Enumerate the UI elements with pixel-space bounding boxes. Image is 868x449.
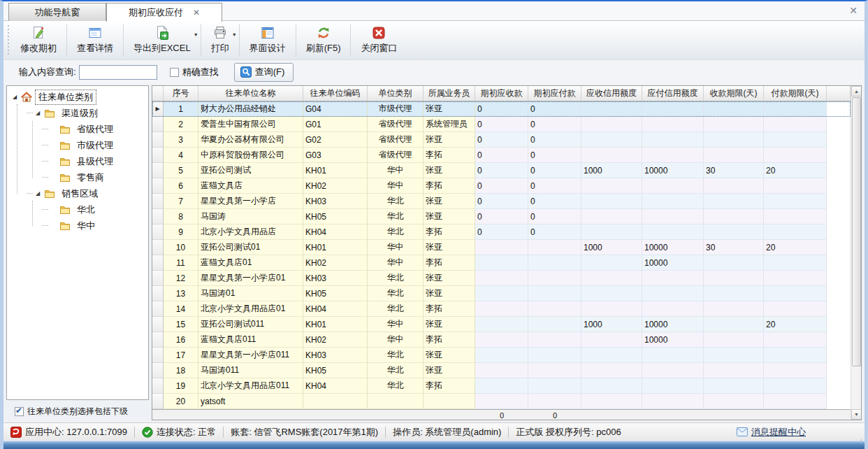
column-header[interactable]: 收款期限(天) [704, 86, 764, 101]
grid-cell[interactable]: 华中 [368, 178, 424, 194]
grid-cell[interactable]: 亚拓公司测试01 [198, 240, 303, 255]
table-row[interactable]: 5亚拓公司测试KH01华中张亚001000100003020 [152, 163, 851, 178]
grid-cell[interactable] [581, 209, 642, 224]
grid-cell[interactable] [764, 378, 827, 394]
grid-cell[interactable] [528, 317, 581, 332]
grid-cell[interactable] [642, 178, 704, 194]
tree-expander-icon[interactable]: ◢ [34, 110, 41, 117]
grid-cell[interactable] [424, 394, 475, 409]
grid-cell[interactable]: 市级代理 [368, 101, 424, 117]
row-selector-cell[interactable] [152, 117, 164, 132]
grid-cell[interactable] [581, 301, 642, 317]
grid-cell[interactable]: 北京小学文具用品店01 [198, 301, 303, 317]
grid-cell[interactable] [642, 224, 704, 240]
grid-cell[interactable] [764, 332, 827, 348]
grid-cell[interactable]: 华中 [368, 163, 424, 178]
grid-cell[interactable]: 10 [164, 240, 198, 255]
grid-cell[interactable]: 李拓 [424, 255, 475, 271]
toolbar-button-ui-design[interactable]: 界面设计 [240, 21, 295, 59]
tree-item[interactable]: 华中 [7, 218, 98, 234]
grid-cell[interactable]: G04 [303, 101, 368, 117]
grid-cell[interactable] [528, 394, 581, 409]
grid-cell[interactable]: 0 [528, 148, 581, 163]
message-center-link[interactable]: 消息提醒中心 [737, 426, 806, 439]
grid-cell[interactable] [704, 132, 764, 148]
tab-close-icon[interactable]: ✕ [193, 8, 200, 17]
grid-cell[interactable]: 0 [475, 194, 528, 209]
scroll-down-icon[interactable]: ▼ [851, 409, 862, 420]
grid-cell[interactable]: 1000 [581, 240, 642, 255]
grid-cell[interactable] [764, 117, 827, 132]
table-row[interactable]: 9北京小学文具用品店KH04华北李拓00 [152, 224, 851, 240]
grid-cell[interactable] [303, 394, 368, 409]
grid-cell[interactable] [528, 271, 581, 286]
tree-expander-icon[interactable]: ◢ [34, 190, 41, 197]
grid-cell[interactable] [581, 101, 642, 117]
grid-cell[interactable]: 蓝猫文具店01 [198, 255, 303, 271]
grid-cell[interactable]: KH02 [303, 332, 368, 348]
grid-cell[interactable]: 1 [164, 101, 198, 117]
table-row[interactable]: 3华夏办公器材有限公司G02省级代理张亚00 [152, 132, 851, 148]
grid-cell[interactable]: 张亚 [424, 286, 475, 301]
toolbar-button-close-window[interactable]: 关闭窗口 [352, 21, 406, 59]
tab-function-navigation[interactable]: 功能导航窗 [8, 3, 106, 21]
grid-cell[interactable] [475, 240, 528, 255]
tree-item[interactable]: 县级代理 [7, 153, 116, 169]
grid-cell[interactable]: 华中 [368, 332, 424, 348]
grid-cell[interactable]: 华北 [368, 194, 424, 209]
table-row[interactable]: 12星星文具第一小学店01KH03华北张亚 [152, 271, 851, 286]
table-row[interactable]: 19北京小学文具用品店011KH04华北李拓 [152, 378, 851, 394]
grid-cell[interactable]: 13 [164, 286, 198, 301]
grid-cell[interactable]: 11 [164, 255, 198, 271]
grid-cell[interactable] [642, 101, 704, 117]
grid-cell[interactable]: 8 [164, 209, 198, 224]
grid-cell[interactable]: 华中 [368, 240, 424, 255]
grid-cell[interactable] [642, 348, 704, 363]
toolbar-button-edit-initial[interactable]: 修改期初 [11, 21, 66, 59]
table-row[interactable]: 18马国涛011KH05华北张亚 [152, 363, 851, 378]
grid-cell[interactable]: KH05 [303, 209, 368, 224]
grid-cell[interactable]: 5 [164, 163, 198, 178]
grid-cell[interactable] [581, 394, 642, 409]
toolbar-button-view-detail[interactable]: 查看详情 [68, 21, 122, 59]
grid-cell[interactable] [528, 363, 581, 378]
grid-cell[interactable]: 张亚 [424, 209, 475, 224]
grid-cell[interactable] [764, 209, 827, 224]
row-selector-cell[interactable] [152, 209, 164, 224]
grid-cell[interactable]: 1000 [581, 163, 642, 178]
grid-cell[interactable]: 0 [475, 132, 528, 148]
grid-cell[interactable] [642, 148, 704, 163]
row-selector-cell[interactable] [152, 348, 164, 363]
grid-cell[interactable]: 20 [764, 163, 827, 178]
vertical-scrollbar[interactable]: ▲ ▼ [851, 86, 861, 420]
grid-cell[interactable] [642, 194, 704, 209]
grid-cell[interactable]: 李拓 [424, 178, 475, 194]
grid-cell[interactable]: 16 [164, 332, 198, 348]
grid-cell[interactable]: 财大办公用品经销处 [198, 101, 303, 117]
grid-cell[interactable] [704, 378, 764, 394]
grid-cell[interactable]: 星星文具第一小学店 [198, 194, 303, 209]
grid-cell[interactable]: KH03 [303, 271, 368, 286]
grid-cell[interactable]: 亚拓公司测试 [198, 163, 303, 178]
grid-cell[interactable]: KH04 [303, 301, 368, 317]
row-selector-cell[interactable] [152, 286, 164, 301]
exact-match-checkbox[interactable] [170, 68, 179, 77]
table-row[interactable]: 16蓝猫文具店011KH02华中李拓10000 [152, 332, 851, 348]
grid-cell[interactable]: 0 [528, 194, 581, 209]
grid-cell[interactable] [528, 332, 581, 348]
grid-cell[interactable] [581, 132, 642, 148]
scrollbar-thumb[interactable] [852, 97, 861, 366]
column-header[interactable]: 付款期限(天) [764, 86, 827, 101]
grid-cell[interactable]: KH02 [303, 178, 368, 194]
grid-cell[interactable]: 张亚 [424, 194, 475, 209]
tree-item[interactable]: 华北 [7, 201, 98, 218]
grid-cell[interactable]: 华夏办公器材有限公司 [198, 132, 303, 148]
column-header[interactable]: 序号 [164, 86, 198, 101]
grid-cell[interactable] [581, 117, 642, 132]
grid-cell[interactable] [764, 394, 827, 409]
grid-cell[interactable]: 10000 [642, 163, 704, 178]
grid-cell[interactable] [764, 178, 827, 194]
grid-cell[interactable] [475, 255, 528, 271]
row-selector-cell[interactable] [152, 301, 164, 317]
grid-cell[interactable]: 7 [164, 194, 198, 209]
